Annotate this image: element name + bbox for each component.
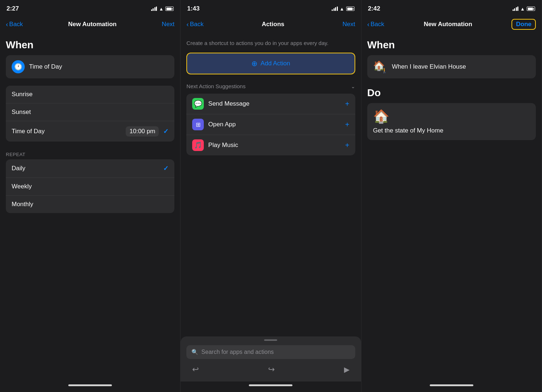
back-button-2[interactable]: ‹ Back [186, 20, 203, 28]
back-label-2: Back [190, 21, 204, 28]
status-time-3: 2:42 [368, 5, 380, 12]
time-of-day-right: 10:00 pm ✓ [126, 126, 169, 136]
next-button-2[interactable]: Next [343, 21, 355, 28]
daily-label: Daily [12, 165, 25, 172]
status-time-2: 1:43 [187, 5, 199, 12]
when-title-3: When [361, 38, 542, 55]
nav-bar-2: ‹ Back Actions Next [181, 16, 361, 35]
nav-title-2: Actions [262, 21, 284, 28]
done-button[interactable]: Done [511, 19, 536, 30]
add-action-label: Add Action [260, 60, 290, 67]
back-chevron-1: ‹ [6, 20, 8, 28]
nav-bar-1: ‹ Back New Automation Next [0, 16, 180, 35]
back-chevron-2: ‹ [186, 20, 189, 28]
suggestion-left-music: 🎵 Play Music [192, 139, 238, 151]
home-bar-2 [249, 384, 292, 386]
suggestions-list: 💬 Send Message + ⊞ Open App + 🎵 Play Mus… [186, 94, 355, 155]
status-bar-1: 2:27 ▲ [0, 0, 180, 16]
next-button-1[interactable]: Next [162, 21, 174, 28]
back-button-1[interactable]: ‹ Back [6, 20, 23, 28]
daily-check: ✓ [163, 164, 169, 172]
clock-icon: 🕐 [14, 63, 22, 71]
panel-1-new-automation: 2:27 ▲ ‹ Back New Automation Next When [0, 0, 181, 392]
time-of-day-check: ✓ [163, 127, 169, 135]
bottom-toolbar: ↩ ↪ ▶ [186, 359, 355, 376]
search-bar[interactable]: 🔍 Search for apps and actions [186, 345, 355, 359]
content-1: When 🕐 Time of Day Sunrise Sunset Time o… [0, 35, 180, 381]
open-app-icon: ⊞ [192, 119, 204, 130]
signal-icon-2 [332, 7, 338, 11]
weekly-option[interactable]: Weekly [6, 178, 174, 196]
play-music-label: Play Music [208, 142, 238, 149]
play-music-icon: 🎵 [192, 139, 204, 151]
suggestion-left-open: ⊞ Open App [192, 119, 236, 130]
back-label-3: Back [371, 21, 384, 28]
weekly-label: Weekly [12, 183, 32, 190]
redo-button[interactable]: ↪ [264, 363, 279, 376]
when-leave-card[interactable]: 🏠 🚶 When I leave Elvian House [367, 55, 536, 78]
signal-icon-1 [151, 7, 157, 11]
sunrise-label: Sunrise [12, 91, 33, 98]
suggestion-left-send: 💬 Send Message [192, 98, 249, 110]
play-button[interactable]: ▶ [340, 364, 354, 375]
signal-icon-3 [513, 7, 519, 11]
status-bar-3: 2:42 ▲ [361, 0, 542, 16]
nav-title-3: New Automation [424, 21, 472, 28]
wifi-icon-1: ▲ [159, 6, 163, 12]
undo-button[interactable]: ↩ [188, 363, 203, 376]
sunset-label: Sunset [12, 109, 31, 116]
open-app-add-icon[interactable]: + [345, 121, 349, 129]
send-message-add-icon[interactable]: + [345, 100, 349, 108]
when-title: When [0, 38, 180, 55]
when-leave-label: When I leave Elvian House [392, 63, 466, 70]
do-action-label: Get the state of My Home [373, 127, 530, 134]
time-of-day-option[interactable]: Time of Day 10:00 pm ✓ [6, 121, 174, 142]
wifi-icon-2: ▲ [340, 6, 344, 12]
repeat-options-card: Daily ✓ Weekly Monthly [6, 159, 174, 213]
daily-option[interactable]: Daily ✓ [6, 159, 174, 178]
monthly-option[interactable]: Monthly [6, 196, 174, 213]
monthly-label: Monthly [12, 201, 33, 208]
actions-subtitle: Create a shortcut to actions you do in y… [181, 38, 361, 53]
suggestion-open-app[interactable]: ⊞ Open App + [186, 114, 355, 135]
battery-icon-2 [346, 7, 355, 11]
suggestion-play-music[interactable]: 🎵 Play Music + [186, 135, 355, 155]
status-time-1: 2:27 [7, 5, 19, 12]
panel-2-actions: 1:43 ▲ ‹ Back Actions Next Create a shor… [181, 0, 361, 392]
time-of-day-label: Time of Day [12, 128, 45, 135]
trigger-label: Time of Day [29, 63, 62, 70]
open-app-label: Open App [208, 121, 236, 128]
suggestion-send-message[interactable]: 💬 Send Message + [186, 94, 355, 114]
bottom-sheet: 🔍 Search for apps and actions ↩ ↪ ▶ [181, 336, 361, 381]
back-chevron-3: ‹ [367, 20, 369, 28]
suggestions-chevron-icon: ⌄ [351, 83, 355, 89]
home-bar-3 [430, 384, 473, 386]
search-placeholder: Search for apps and actions [201, 349, 274, 355]
repeat-label: REPEAT [0, 149, 180, 159]
panel-3-review: 2:42 ▲ ‹ Back New Automation Done When [361, 0, 542, 392]
battery-icon-1 [165, 7, 174, 11]
do-action-card[interactable]: 🏠 Get the state of My Home [367, 103, 536, 140]
time-options-card: Sunrise Sunset Time of Day 10:00 pm ✓ [6, 86, 174, 142]
home-bar-1 [68, 384, 112, 386]
time-of-day-trigger[interactable]: 🕐 Time of Day [6, 55, 174, 78]
battery-icon-3 [527, 7, 535, 11]
sunrise-option[interactable]: Sunrise [6, 86, 174, 103]
person-walking-icon: 🚶 [381, 68, 388, 73]
send-message-icon: 💬 [192, 98, 204, 110]
wifi-icon-3: ▲ [520, 6, 525, 12]
content-3: When 🏠 🚶 When I leave Elvian House Do 🏠 … [361, 35, 542, 381]
status-icons-1: ▲ [151, 6, 174, 12]
time-value[interactable]: 10:00 pm [126, 126, 159, 136]
sunset-option[interactable]: Sunset [6, 103, 174, 121]
add-action-button[interactable]: ⊕ Add Action [186, 53, 355, 74]
clock-icon-circle: 🕐 [12, 60, 25, 73]
back-label-1: Back [9, 21, 23, 28]
play-music-add-icon[interactable]: + [345, 141, 349, 150]
nav-title-1: New Automation [68, 21, 117, 28]
add-action-plus-icon: ⊕ [251, 59, 258, 68]
nav-bar-3: ‹ Back New Automation Done [361, 16, 542, 35]
search-icon: 🔍 [191, 349, 198, 355]
back-button-3[interactable]: ‹ Back [367, 20, 384, 28]
status-bar-2: 1:43 ▲ [181, 0, 361, 16]
